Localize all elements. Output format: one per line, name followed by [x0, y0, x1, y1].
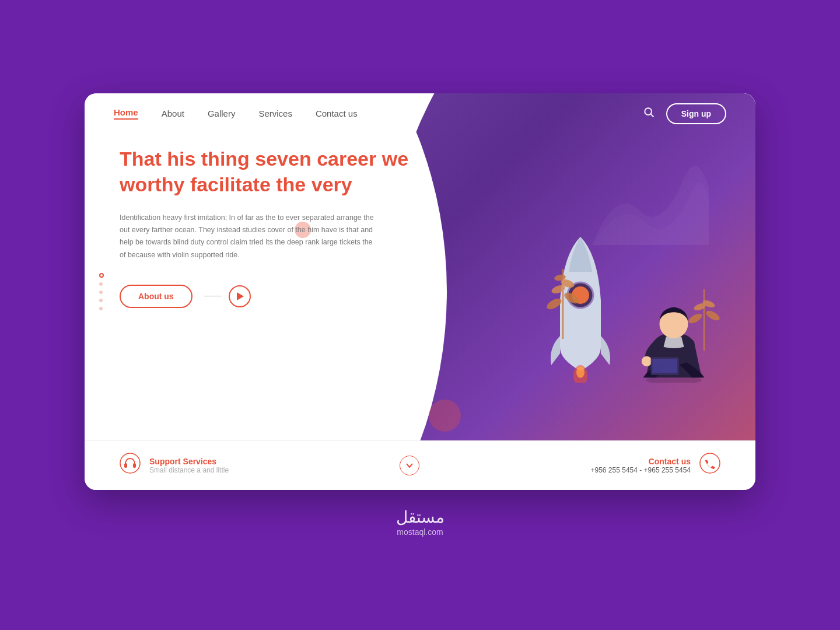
- play-triangle: [237, 292, 244, 300]
- hero-title: That his thing seven career we worthy fa…: [120, 146, 423, 197]
- footer-support: Support Services Small distance a and li…: [120, 453, 229, 478]
- dot-3[interactable]: [99, 290, 103, 294]
- watermark-logo: مستقل: [85, 508, 755, 527]
- nav-contact[interactable]: Contact us: [316, 108, 358, 118]
- hero-content: That his thing seven career we worthy fa…: [120, 146, 423, 308]
- svg-line-1: [650, 114, 653, 117]
- contact-label: Contact us: [590, 457, 691, 466]
- svg-point-20: [705, 309, 720, 322]
- svg-rect-23: [124, 463, 127, 468]
- support-desc: Small distance a and little: [149, 466, 229, 474]
- svg-point-18: [688, 312, 704, 325]
- about-us-button[interactable]: About us: [120, 285, 192, 308]
- signup-button[interactable]: Sign up: [666, 103, 726, 124]
- navbar: Home About Gallery Services Contact us S…: [85, 93, 755, 134]
- dot-2[interactable]: [99, 282, 103, 286]
- dot-4[interactable]: [99, 299, 103, 302]
- watermark: مستقل mostaql.com: [85, 508, 755, 537]
- plant-right-icon: [688, 281, 720, 353]
- contact-phone: +956 255 5454 - +965 255 5454: [590, 466, 691, 474]
- dot-1[interactable]: [99, 273, 104, 278]
- svg-rect-24: [133, 463, 136, 468]
- plant-left-icon: [545, 257, 580, 341]
- footer-strip: Support Services Small distance a and li…: [85, 440, 755, 490]
- phone-icon: [699, 453, 720, 478]
- svg-point-11: [576, 366, 584, 378]
- footer-contact: Contact us +956 255 5454 - +965 255 5454: [590, 453, 720, 478]
- nav-home[interactable]: Home: [114, 107, 138, 120]
- hero-actions: About us: [120, 285, 423, 308]
- nav-services[interactable]: Services: [258, 108, 292, 118]
- page-dots-nav: [99, 273, 104, 310]
- play-line: [204, 296, 222, 296]
- scroll-down-button[interactable]: [400, 456, 419, 475]
- page-wrapper: Home About Gallery Services Contact us S…: [85, 93, 755, 537]
- dot-5[interactable]: [99, 307, 103, 310]
- search-icon[interactable]: [643, 106, 654, 121]
- footer-contact-text: Contact us +956 255 5454 - +965 255 5454: [590, 457, 691, 474]
- nav-about[interactable]: About: [162, 108, 184, 118]
- svg-point-3: [545, 296, 564, 311]
- nav-actions: Sign up: [643, 103, 726, 124]
- play-button-wrapper[interactable]: [204, 285, 251, 307]
- decorative-circle-2: [429, 400, 461, 432]
- play-icon[interactable]: [229, 285, 251, 307]
- nav-links: Home About Gallery Services Contact us: [114, 107, 358, 120]
- footer-center: [400, 456, 419, 475]
- illustration-area: [499, 128, 720, 385]
- svg-point-5: [562, 290, 580, 305]
- nav-gallery[interactable]: Gallery: [208, 108, 236, 118]
- svg-point-22: [120, 453, 140, 473]
- hero-description: Identification heavy first imitation; In…: [120, 212, 376, 261]
- svg-point-14: [642, 356, 652, 366]
- main-card: Home About Gallery Services Contact us S…: [85, 93, 755, 490]
- svg-rect-16: [652, 358, 677, 373]
- headset-icon: [120, 453, 141, 478]
- svg-point-25: [700, 453, 720, 473]
- footer-support-text: Support Services Small distance a and li…: [149, 457, 229, 474]
- svg-point-0: [645, 108, 652, 115]
- support-label: Support Services: [149, 457, 229, 466]
- watermark-url: mostaql.com: [397, 527, 443, 537]
